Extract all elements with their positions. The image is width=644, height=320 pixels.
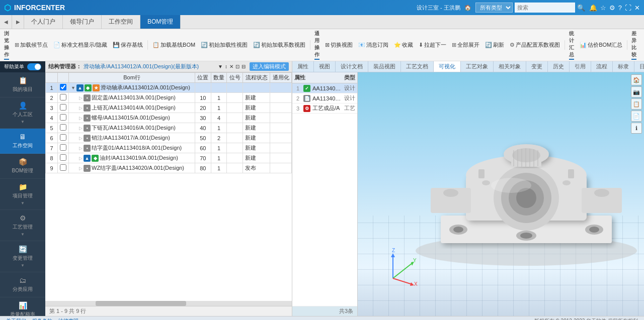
table-row[interactable]: 3▷▪上链瓦/AA1134014/A.001(Design)201新建 <box>46 103 292 113</box>
search-type-select[interactable]: 所有类型 <box>475 3 513 13</box>
btn-init-load-view[interactable]: 🔄 初始加载性视图 <box>198 40 250 50</box>
nav-back-arrow[interactable]: ◀ <box>0 15 12 29</box>
btn-collect[interactable]: ⭐ 收藏 <box>391 40 416 50</box>
search-input[interactable] <box>515 3 575 13</box>
enter-edit-mode-btn[interactable]: 进入编辑模式 <box>250 62 289 71</box>
category-icon: 🗂 <box>19 276 26 284</box>
list-item-2[interactable]: 2 📄 AA113401... 设计 <box>292 93 357 103</box>
right-tab-process-doc[interactable]: 工艺文档 <box>401 61 434 72</box>
right-tab-flow[interactable]: 流程 <box>591 61 613 72</box>
close-icon[interactable]: ✕ <box>634 4 640 12</box>
btn-save-baseline[interactable]: 💾 保存基线 <box>110 40 145 50</box>
right-tab-process-obj[interactable]: 工艺对象 <box>461 61 494 72</box>
right-tab-assembly[interactable]: 装品视图 <box>368 61 401 72</box>
right-tab-view[interactable]: 视图 <box>314 61 336 72</box>
sidebar-item-process-mgmt[interactable]: ⚙ 工艺管理 ▼ <box>0 210 45 241</box>
table-row[interactable]: 9▷▪WZ结字盖/AA1134020/A.001(Design)801发布 <box>46 163 292 173</box>
table-scrollbar[interactable] <box>45 301 292 306</box>
table-row[interactable]: 4▷▪螺母/AA1134015/A.001(Design)304新建 <box>46 113 292 123</box>
sidebar-item-project-mgmt[interactable]: 📁 项目管理 ▼ <box>0 179 45 210</box>
right-tab-design-doc[interactable]: 设计文档 <box>336 61 368 72</box>
star-icon[interactable]: ☆ <box>600 4 606 12</box>
btn-switch-view[interactable]: ⊠ 切换视图 <box>323 40 355 50</box>
sidebar-item-my-project[interactable]: 📋 我的项目 <box>0 72 45 97</box>
btn-refresh[interactable]: 🔄 刷新 <box>482 40 507 50</box>
btn-product-config[interactable]: ⚙ 产品配置系数视图 <box>507 40 562 50</box>
btn-pull-down[interactable]: ⬇ 拉超下一 <box>416 40 449 50</box>
cell-checkbox[interactable] <box>58 163 69 173</box>
table-row[interactable]: 7▷▪结字盖01/AA1134018/A.001(Design)601新建 <box>46 143 292 153</box>
table-row[interactable]: 2▷▪固定盖/AA1134013/A.001(Design)101新建 <box>46 93 292 103</box>
btn-expand-all[interactable]: ⊞ 全部展开 <box>449 40 482 50</box>
tab-leader-portal[interactable]: 领导门户 <box>63 15 102 29</box>
cell-checkbox[interactable] <box>58 113 69 123</box>
btn-bom-summary[interactable]: 📊 估价BOM汇总 <box>577 40 625 50</box>
3d-layers-btn[interactable]: 📋 <box>631 98 642 110</box>
btn-diff-bom[interactable]: ⚡ 差异BOM比较 <box>639 40 642 50</box>
cell-checkbox[interactable] <box>58 143 69 153</box>
table-row[interactable]: 5▷▪下链瓦/AA1134016/A.001(Design)401新建 <box>46 123 292 133</box>
cell-checkbox[interactable] <box>58 83 69 93</box>
cell-bom-name[interactable]: ▷▪WZ结字盖/AA1134020/A.001(Design) <box>69 163 195 173</box>
table-row[interactable]: 1▼▲◆★滑动轴承/AA1134012/A.001(Design) <box>46 83 292 93</box>
cell-bom-name[interactable]: ▷▪结字盖01/AA1134018/A.001(Design) <box>69 143 195 153</box>
sidebar-item-category[interactable]: 🗂 分类应用 <box>0 272 45 297</box>
right-tab-visualization[interactable]: 可视化 <box>434 61 461 72</box>
cell-checkbox[interactable] <box>58 123 69 133</box>
right-tab-attributes[interactable]: 属性 <box>292 61 314 72</box>
cell-bom-name[interactable]: ▷▪螺母/AA1134015/A.001(Design) <box>69 113 195 123</box>
home-icon[interactable]: 🏠 <box>464 5 471 11</box>
toggle-switch[interactable] <box>27 63 41 70</box>
cell-checkbox[interactable] <box>58 133 69 143</box>
cell-bom-name[interactable]: ▷▪固定盖/AA1134013/A.001(Design) <box>69 93 195 103</box>
search-icon[interactable]: 🔍 <box>577 4 585 12</box>
btn-subscribe[interactable]: 📧 消息订阅 <box>356 40 391 50</box>
cell-checkbox[interactable] <box>58 103 69 113</box>
3d-home-btn[interactable]: 🏠 <box>631 74 642 85</box>
sidebar-item-workspace[interactable]: 🖥 工作空间 <box>0 129 45 154</box>
btn-toggle-doc[interactable]: 📄 标准文档显示/隐藏 <box>51 40 110 50</box>
list-item-3[interactable]: 3 ⚙ 工艺成品/A 工艺 <box>292 103 357 114</box>
3d-info-btn[interactable]: ℹ <box>631 123 642 134</box>
footer-about[interactable]: 关于我们 <box>6 317 26 321</box>
bell-icon[interactable]: 🔔 <box>589 4 597 12</box>
cell-bom-name[interactable]: ▷▪下链瓦/AA1134016/A.001(Design) <box>69 123 195 133</box>
btn-load-coeff-view[interactable]: 🔄 初始加载系数视图 <box>251 40 308 50</box>
cell-bom-name[interactable]: ▼▲◆★滑动轴承/AA1134012/A.001(Design) <box>69 83 195 93</box>
table-row[interactable]: 6▷▪销注/AA1134017/A.001(Design)502新建 <box>46 133 292 143</box>
sidebar-item-quality[interactable]: 📊 质量配额率 <box>0 297 45 320</box>
right-tab-change[interactable]: 变更 <box>526 61 548 72</box>
right-tab-related-obj[interactable]: 相关对象 <box>494 61 526 72</box>
fullscreen-icon[interactable]: ⛶ <box>625 4 631 12</box>
cell-bom-name[interactable]: ▷▪上链瓦/AA1134014/A.001(Design) <box>69 103 195 113</box>
right-tab-history[interactable]: 历史 <box>548 61 570 72</box>
tab-bom-management[interactable]: BOM管理 <box>140 15 181 29</box>
cell-bom-name[interactable]: ▷▪销注/AA1134017/A.001(Design) <box>69 133 195 143</box>
right-tab-log[interactable]: 日志 <box>634 61 644 72</box>
3d-capture-btn[interactable]: 📷 <box>631 86 642 97</box>
sidebar-item-change-mgmt[interactable]: 🔄 变更管理 ▼ <box>0 241 45 272</box>
footer-privacy[interactable]: 法律声明 <box>58 317 78 321</box>
right-tab-label[interactable]: 标隶 <box>613 61 634 72</box>
nav-forward-arrow[interactable]: ▶ <box>12 15 24 29</box>
cell-pos: 40 <box>195 123 211 133</box>
3d-doc-btn[interactable]: 📄 <box>631 111 642 122</box>
btn-load-baseline-bom[interactable]: 📋 加载基线BOM <box>150 40 198 50</box>
btn-load-node[interactable]: ⊞ 加载候节点 <box>12 40 50 50</box>
settings-icon[interactable]: ⚙ <box>609 4 615 12</box>
table-row[interactable]: 8▷▲◆油封/AA1134019/A.001(Design)701新建 <box>46 153 292 163</box>
tab-personal-portal[interactable]: 个人门户 <box>24 15 63 29</box>
sidebar-item-bom[interactable]: 📦 BOM管理 <box>0 154 45 179</box>
help-icon[interactable]: ? <box>618 4 622 12</box>
cell-bom-name[interactable]: ▷▲◆油封/AA1134019/A.001(Design) <box>69 153 195 163</box>
cell-ref <box>227 163 243 173</box>
list-item-1[interactable]: 1 ✓ AA113401... 设计 <box>292 83 357 93</box>
bom-row-icon-gray: ▪ <box>84 165 91 172</box>
footer-service[interactable]: 服务条款 <box>32 317 52 321</box>
sidebar-item-personal[interactable]: 👤 个人工区 ▼ <box>0 97 45 129</box>
cell-pos: 30 <box>195 113 211 123</box>
cell-checkbox[interactable] <box>58 153 69 163</box>
cell-checkbox[interactable] <box>58 93 69 103</box>
tab-workspace[interactable]: 工作空间 <box>102 15 140 29</box>
right-tab-quote[interactable]: 引用 <box>570 61 591 72</box>
